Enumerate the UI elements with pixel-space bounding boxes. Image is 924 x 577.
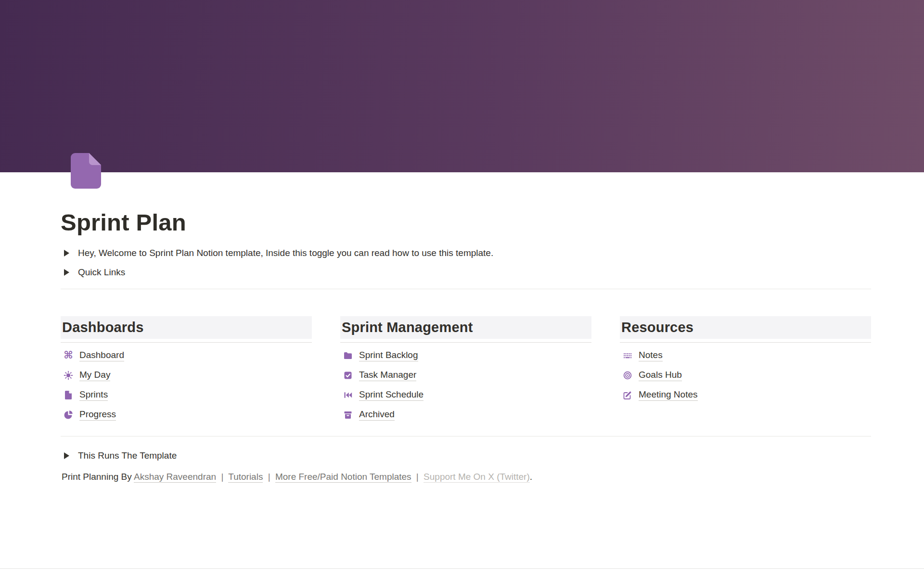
link-tutorials[interactable]: Tutorials [228,472,263,483]
target-icon [622,370,633,381]
rewind-icon [343,390,353,400]
divider [340,342,591,343]
link-sprint-backlog[interactable]: Sprint Backlog [359,350,418,361]
keyboard-icon [622,350,633,361]
column-sprint-management: Sprint Management Sprint Backlog Task Ma… [340,316,591,424]
footer-credits: Print Planning By Akshay Raveendran | Tu… [61,470,871,484]
sun-icon [63,370,74,381]
toggle-triangle-icon[interactable] [64,452,69,459]
list-item[interactable]: Goals Hub [620,365,871,385]
link-sprints[interactable]: Sprints [79,389,108,401]
toggle-welcome-text: Hey, Welcome to Sprint Plan Notion templ… [78,247,493,259]
toggle-triangle-icon[interactable] [64,250,69,256]
link-my-day[interactable]: My Day [79,370,110,381]
list-item[interactable]: Progress [61,405,312,424]
link-task-manager[interactable]: Task Manager [359,370,416,381]
column-header-sprint-management: Sprint Management [340,316,591,339]
link-columns: Dashboards ⌘ Dashboard My Day [61,316,871,424]
folder-icon [343,350,353,361]
column-header-resources: Resources [620,316,871,339]
link-meeting-notes[interactable]: Meeting Notes [639,389,698,401]
toggle-quick-links[interactable]: Quick Links [61,263,871,282]
list-item[interactable]: Notes [620,346,871,365]
list-item[interactable]: ⌘ Dashboard [61,346,312,365]
toggle-runs-template[interactable]: This Runs The Template [61,446,871,465]
link-progress[interactable]: Progress [79,409,116,421]
link-goals-hub[interactable]: Goals Hub [639,370,682,381]
checkbox-icon [343,370,353,381]
footer-separator: | [221,472,223,482]
link-author[interactable]: Akshay Raveendran [134,472,216,483]
divider [61,342,312,343]
link-support-twitter[interactable]: Support Me On X (Twitter) [424,472,530,483]
footer-separator: | [268,472,270,482]
list-item[interactable]: Meeting Notes [620,385,871,405]
list-item[interactable]: Sprints [61,385,312,405]
toggle-triangle-icon[interactable] [64,269,69,276]
list-item[interactable]: Archived [340,405,591,424]
list-item[interactable]: Task Manager [340,365,591,385]
column-resources: Resources Notes Goals Hub [620,316,871,424]
column-title: Sprint Management [342,320,473,335]
column-title: Resources [621,320,693,335]
page-document-icon[interactable] [71,153,101,189]
toggle-quick-links-text: Quick Links [78,266,125,279]
divider [61,436,871,436]
link-archived[interactable]: Archived [359,409,395,421]
archive-icon [343,410,353,420]
page-title: Sprint Plan [61,209,871,236]
column-header-dashboards: Dashboards [61,316,312,339]
link-notes[interactable]: Notes [639,350,663,361]
document-icon [63,390,74,400]
column-title: Dashboards [62,320,144,335]
column-dashboards: Dashboards ⌘ Dashboard My Day [61,316,312,424]
edit-icon [622,390,633,400]
divider [620,342,871,343]
cover-image [0,0,924,172]
pie-chart-icon [63,410,74,420]
page-body: Sprint Plan Hey, Welcome to Sprint Plan … [0,209,924,484]
command-icon: ⌘ [63,350,74,361]
divider [61,289,871,289]
list-item[interactable]: My Day [61,365,312,385]
footer-suffix: . [530,472,532,482]
toggle-runs-template-text: This Runs The Template [78,449,177,462]
link-more-templates[interactable]: More Free/Paid Notion Templates [275,472,411,483]
list-item[interactable]: Sprint Backlog [340,346,591,365]
link-dashboard[interactable]: Dashboard [79,350,124,361]
footer-separator: | [416,472,419,482]
link-sprint-schedule[interactable]: Sprint Schedule [359,389,424,401]
list-item[interactable]: Sprint Schedule [340,385,591,405]
toggle-welcome[interactable]: Hey, Welcome to Sprint Plan Notion templ… [61,244,871,263]
page-bottom-divider [0,568,924,569]
footer-prefix: Print Planning By [62,472,132,482]
